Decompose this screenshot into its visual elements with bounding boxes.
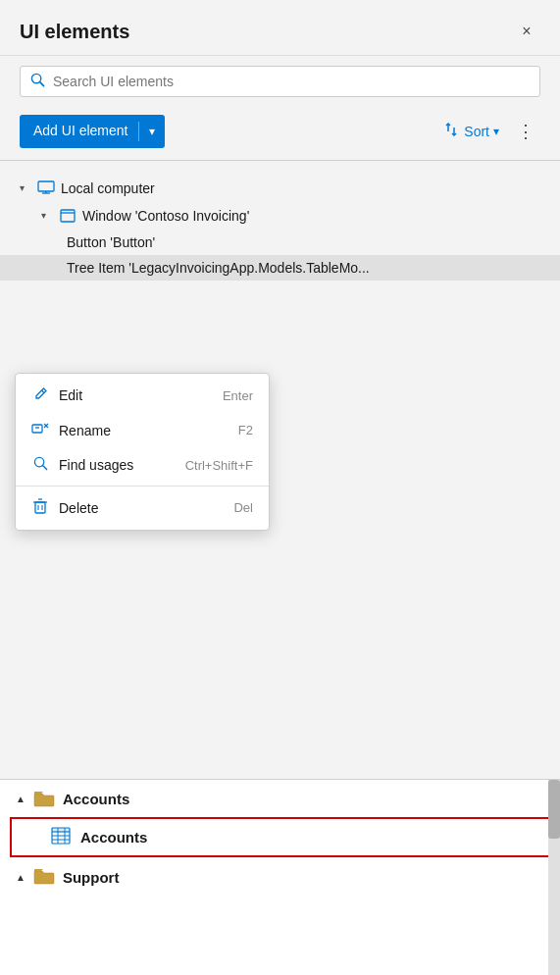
find-usages-icon	[31, 456, 49, 474]
context-edit-shortcut: Enter	[223, 388, 253, 403]
svg-line-7	[41, 390, 44, 393]
panel-title: UI elements	[20, 21, 129, 43]
tree-item-legacy-tree-item[interactable]: Tree Item 'LegacyInvoicingApp.Models.Tab…	[0, 255, 560, 281]
bottom-tree-item-support-folder[interactable]: ▲ Support	[0, 857, 560, 898]
context-edit-label: Edit	[59, 387, 82, 403]
add-ui-element-button[interactable]: Add UI element ▾	[20, 115, 165, 148]
sort-dropdown-arrow[interactable]: ▾	[493, 125, 499, 138]
chevron-down-icon: ▾	[20, 182, 31, 193]
context-delete-label: Delete	[59, 500, 98, 516]
local-computer-label: Local computer	[61, 180, 155, 196]
svg-rect-14	[35, 502, 45, 513]
context-find-usages-label: Find usages	[59, 457, 133, 473]
bottom-tree-sub-item-accounts-table[interactable]: Accounts	[10, 817, 550, 857]
svg-rect-5	[61, 210, 75, 222]
context-menu-item-edit[interactable]: Edit Enter	[16, 378, 269, 413]
context-menu-item-find-usages[interactable]: Find usages Ctrl+Shift+F	[16, 447, 269, 483]
table-accounts-icon	[51, 827, 71, 847]
search-icon	[30, 73, 45, 90]
toolbar-right: Sort ▾ ⋮	[438, 117, 540, 146]
support-folder-label: Support	[63, 869, 120, 886]
tree-item-button-button[interactable]: Button 'Button'	[0, 230, 560, 255]
svg-rect-2	[38, 181, 54, 191]
bottom-tree-item-accounts-folder[interactable]: ▲ Accounts	[0, 780, 560, 817]
context-rename-label: Rename	[59, 423, 111, 438]
sort-label: Sort	[464, 124, 489, 139]
svg-line-13	[42, 466, 46, 470]
search-bar	[0, 56, 560, 107]
window-icon	[59, 207, 76, 225]
context-delete-shortcut: Del	[233, 500, 253, 515]
context-menu-item-rename[interactable]: Rename F2	[16, 413, 269, 447]
tree-item-window-contoso[interactable]: ▾ Window 'Contoso Invoicing'	[0, 202, 560, 230]
folder-support-icon	[33, 867, 55, 888]
svg-rect-25	[52, 828, 70, 832]
sort-icon	[444, 122, 460, 141]
folder-accounts-icon	[33, 790, 55, 807]
tree-item-label: Tree Item 'LegacyInvoicingApp.Models.Tab…	[67, 260, 370, 276]
accounts-folder-label: Accounts	[63, 791, 129, 807]
svg-line-1	[40, 82, 44, 86]
search-input[interactable]	[53, 74, 530, 89]
sort-button[interactable]: Sort ▾	[438, 118, 505, 145]
computer-icon	[37, 180, 55, 197]
context-find-usages-shortcut: Ctrl+Shift+F	[185, 458, 253, 473]
more-options-button[interactable]: ⋮	[511, 117, 540, 146]
panel-header: UI elements ×	[0, 0, 560, 56]
trash-icon	[31, 498, 49, 517]
chevron-down-icon: ▾	[41, 210, 53, 221]
button-button-label: Button 'Button'	[67, 234, 155, 250]
add-button-dropdown-arrow[interactable]: ▾	[139, 125, 165, 138]
triangle-accounts-icon: ▲	[16, 794, 25, 804]
tree-item-local-computer[interactable]: ▾ Local computer	[0, 175, 560, 202]
triangle-support-icon: ▲	[16, 872, 25, 883]
svg-rect-8	[32, 425, 42, 433]
accounts-table-label: Accounts	[80, 829, 147, 846]
tree-panel: ▾ Local computer ▾ Window 'Contoso Invoi…	[0, 161, 560, 281]
scrollbar[interactable]	[548, 780, 560, 975]
context-menu: Edit Enter Rename F2	[15, 373, 270, 531]
pencil-icon	[31, 386, 49, 404]
bottom-panel: ▲ Accounts Accounts ▲	[0, 779, 560, 975]
toolbar: Add UI element ▾ Sort ▾ ⋮	[0, 107, 560, 160]
window-contoso-label: Window 'Contoso Invoicing'	[82, 208, 249, 224]
context-menu-divider	[16, 486, 269, 487]
context-rename-shortcut: F2	[238, 423, 253, 437]
rename-icon	[31, 422, 49, 438]
search-input-wrap	[20, 66, 540, 97]
context-menu-item-delete[interactable]: Delete Del	[16, 489, 269, 526]
add-button-label: Add UI element	[20, 122, 139, 141]
close-button[interactable]: ×	[513, 18, 540, 45]
scrollbar-thumb[interactable]	[548, 780, 560, 839]
